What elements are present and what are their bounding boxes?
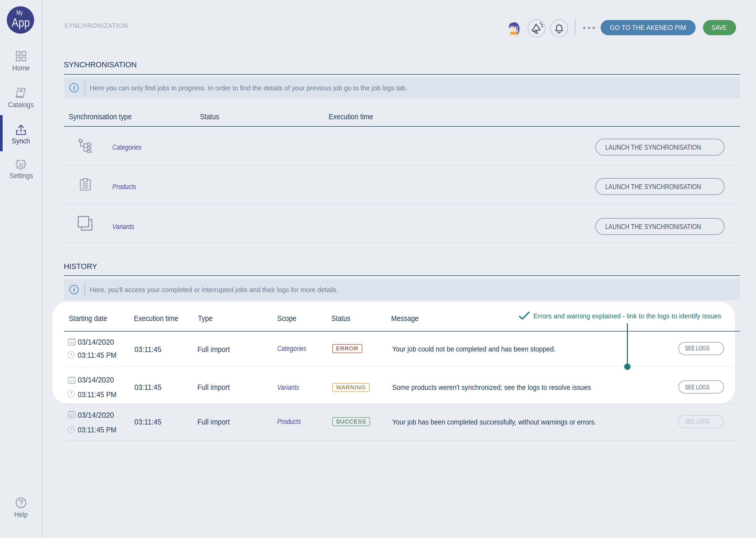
svg-text:i: i [73, 286, 75, 293]
svg-text:i: i [73, 84, 75, 91]
